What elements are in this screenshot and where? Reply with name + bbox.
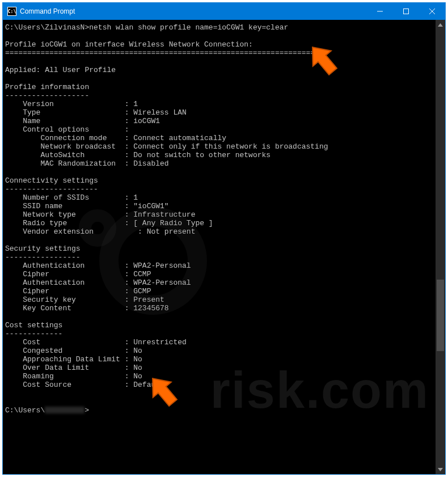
titlebar[interactable]: C:\ Command Prompt [3,3,445,20]
kv-mac-randomization: MAC Randomization : Disabled [5,159,169,168]
kv-auth-2: Authentication : WPA2-Personal [5,278,191,287]
section-connectivity: Connectivity settings [5,176,98,185]
redacted-username [45,407,84,413]
kv-name: Name : ioCGW1 [5,117,160,125]
kv-security-key: Security key : Present [5,296,164,304]
kv-network-type: Network type : Infrastructure [5,210,195,219]
kv-radio-type: Radio type : [ Any Radio Type ] [5,219,213,227]
kv-vendor-ext: Vendor extension : Not present [5,227,195,236]
kv-connection-mode: Connection mode : Connect automatically [5,134,226,142]
kv-approaching: Approaching Data Limit : No [5,355,142,364]
profile-header: Profile ioCGW1 on interface Wireless Net… [5,40,253,49]
kv-cipher-2: Cipher : GCMP [5,287,151,296]
kv-auth-1: Authentication : WPA2-Personal [5,261,191,270]
kv-cost: Cost : Unrestricted [5,338,187,347]
section-cost: Cost settings [5,321,62,330]
kv-key-content: Key Content : 12345678 [5,304,169,313]
applied-line: Applied: All User Profile [5,66,116,74]
prompt-line-2: C:\Users\> [5,406,89,415]
client-area: C:\Users\ZilvinasN>netsh wlan show profi… [3,20,445,474]
kv-cipher-1: Cipher : CCMP [5,270,151,278]
kv-version: Version : 1 [5,100,138,108]
kv-ssid-name: SSID name : "ioCGW1" [5,202,169,210]
kv-congested: Congested : No [5,347,142,355]
maximize-button[interactable] [393,3,419,20]
section-security: Security settings [5,244,81,253]
scroll-down-arrow-icon[interactable] [436,465,445,474]
section-profile-info: Profile information [5,83,89,91]
cmd-icon: C:\ [7,7,16,16]
kv-network-broadcast: Network broadcast : Connect only if this… [5,142,328,151]
kv-num-ssids: Number of SSIDs : 1 [5,193,138,202]
header-rule: ========================================… [5,49,319,57]
prompt-line-1: C:\Users\ZilvinasN>netsh wlan show profi… [5,23,288,32]
kv-autoswitch: AutoSwitch : Do not switch to other netw… [5,151,271,159]
kv-type: Type : Wireless LAN [5,108,187,117]
kv-roaming: Roaming : No [5,372,142,381]
minimize-button[interactable] [367,3,393,20]
svg-rect-0 [404,9,409,14]
vertical-scrollbar[interactable] [436,20,445,474]
scroll-thumb[interactable] [437,280,444,351]
kv-cost-source: Cost Source : Default [5,381,164,389]
scroll-up-arrow-icon[interactable] [436,20,445,29]
terminal-output[interactable]: C:\Users\ZilvinasN>netsh wlan show profi… [3,20,436,474]
kv-over-limit: Over Data Limit : No [5,364,142,372]
close-button[interactable] [419,3,445,20]
kv-control-options: Control options : [5,125,129,134]
command-prompt-window: C:\ Command Prompt C:\Users\ZilvinasN>ne… [2,2,446,475]
window-title: Command Prompt [20,7,75,15]
